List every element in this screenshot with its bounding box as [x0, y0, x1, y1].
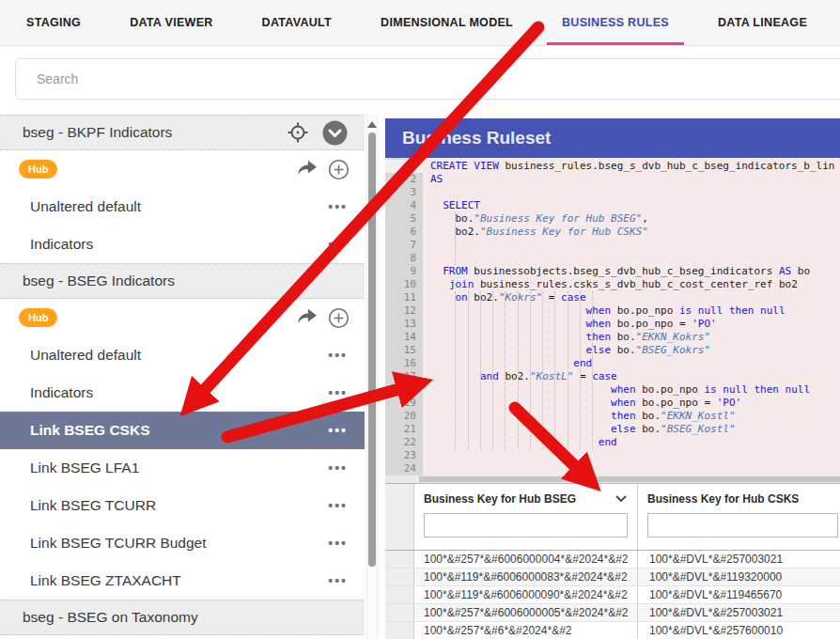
more-options-icon[interactable]: ••• [328, 536, 348, 551]
hub-badge: Hub [19, 160, 57, 179]
top-nav-bar: STAGINGDATA VIEWERDATAVAULTDIMENSIONAL M… [0, 0, 840, 46]
code-line: 6 bo2."Business Key for Hub CSKS" [385, 226, 840, 239]
code-text [423, 186, 430, 199]
code-text [423, 252, 430, 265]
ruleset-panel: Business Ruleset 1CREATE VIEW business_r… [385, 118, 840, 639]
hub-badge: Hub [19, 308, 57, 327]
indent-guide [554, 291, 555, 449]
code-line: 5 bo."Business Key for Hub BSEG", [385, 212, 840, 226]
tab-staging[interactable]: STAGING [11, 0, 96, 45]
sidebar-item-unaltered-default[interactable]: Unaltered default••• [0, 336, 365, 374]
code-text: when bo.po_npo is null then null [423, 304, 786, 318]
add-button[interactable] [328, 159, 350, 180]
code-text: AS [423, 173, 443, 186]
sidebar-item-link-bseg-csks[interactable]: Link BSEG CSKS••• [0, 412, 365, 449]
tab-dimensional-model[interactable]: DIMENSIONAL MODEL [366, 0, 528, 45]
sidebar-item-indicators[interactable]: Indicators••• [0, 374, 365, 412]
tab-datavault[interactable]: DATAVAULT [247, 0, 347, 45]
code-text: bo2."Business Key for Hub CSKS" [423, 226, 648, 239]
sidebar-item-link-bseg-tcurr-budget[interactable]: Link BSEG TCURR Budget••• [0, 524, 365, 562]
column-header-csks[interactable]: Business Key for Hub CSKS [638, 484, 840, 550]
code-text: end [423, 436, 617, 449]
code-line: 7 [385, 239, 840, 252]
line-number: 1 [385, 160, 423, 173]
line-number: 3 [385, 186, 423, 199]
indent-guide [518, 291, 519, 449]
row-gutter[interactable] [385, 569, 414, 585]
filter-input-bseg[interactable] [424, 513, 628, 538]
table-row[interactable]: 100*&#257*&#6006000005*&#2024*&#2100*&#D… [385, 604, 840, 622]
more-options-icon[interactable]: ••• [328, 573, 348, 588]
share-icon[interactable] [296, 308, 317, 327]
sidebar-item-indicators[interactable]: Indicators••• [0, 226, 365, 263]
add-button[interactable] [328, 307, 350, 329]
more-options-icon[interactable]: ••• [328, 423, 348, 438]
line-number: 22 [385, 436, 423, 449]
line-number: 18 [385, 383, 423, 397]
scrollbar-thumb[interactable] [368, 132, 376, 567]
code-line: 22 end [385, 436, 840, 449]
code-line: 21 else bo."BSEG_Kostl" [385, 423, 840, 436]
chevron-down-icon[interactable] [614, 492, 628, 506]
row-gutter[interactable] [385, 586, 414, 603]
sidebar-group-header[interactable]: bseg - BSEG on Taxonomy [0, 600, 365, 635]
code-line: 2AS [385, 173, 840, 186]
code-editor[interactable]: 1CREATE VIEW business_rules.bseg_s_dvb_h… [385, 158, 840, 475]
crosshair-icon[interactable] [287, 121, 309, 144]
scroll-up-icon[interactable] [367, 121, 377, 129]
indent-guide [492, 291, 493, 449]
sidebar-item-label: Unaltered default [30, 347, 328, 364]
more-options-icon[interactable]: ••• [328, 498, 348, 513]
chevron-circle-icon[interactable] [322, 120, 348, 146]
indent-guide [480, 291, 481, 449]
line-number: 17 [385, 370, 423, 383]
cell-csks-key: 100*&#DVL*&#119465670 [638, 586, 840, 603]
code-text [423, 239, 430, 252]
sidebar-scrollbar[interactable] [366, 115, 378, 639]
row-gutter[interactable] [385, 551, 414, 568]
sidebar-item-label: Unaltered default [30, 198, 328, 215]
sidebar-group-header[interactable]: bseg - BSEG Indicators [0, 263, 365, 299]
column-label-bseg: Business Key for Hub BSEG [424, 492, 576, 506]
sidebar-hub-row: Hub [0, 299, 365, 336]
table-row[interactable]: 100*&#119*&#6006000090*&#2024*&#2100*&#D… [385, 586, 840, 604]
cell-csks-key: 100*&#DVL*&#119320000 [638, 569, 840, 585]
filter-input-csks[interactable] [647, 513, 838, 538]
more-options-icon[interactable]: ••• [328, 199, 348, 214]
line-number: 16 [385, 357, 423, 370]
more-options-icon[interactable]: ••• [328, 348, 348, 363]
column-header-bseg[interactable]: Business Key for Hub BSEG [414, 484, 638, 550]
indent-guide [468, 291, 469, 449]
more-options-icon[interactable]: ••• [328, 460, 348, 475]
line-number: 2 [385, 173, 423, 186]
table-row[interactable]: 100*&#119*&#6006000083*&#2024*&#2100*&#D… [385, 569, 840, 586]
code-text: CREATE VIEW business_rules.bseg_s_dvb_hu… [423, 160, 834, 173]
tab-data-viewer[interactable]: DATA VIEWER [115, 0, 227, 45]
horizontal-scrollbar-thumb[interactable] [419, 476, 840, 482]
more-options-icon[interactable]: ••• [328, 237, 348, 252]
search-input[interactable] [15, 58, 840, 100]
sidebar-item-link-bseg-ztaxacht[interactable]: Link BSEG ZTAXACHT••• [0, 562, 365, 600]
row-gutter[interactable] [385, 622, 414, 639]
horizontal-scrollbar[interactable] [385, 475, 840, 483]
tab-data-lineage[interactable]: DATA LINEAGE [703, 0, 822, 45]
sidebar-item-link-bseg-lfa1[interactable]: Link BSEG LFA1••• [0, 449, 365, 487]
table-row[interactable]: 100*&#257*&#6*&#2024*&#2100*&#DVL*&#2576… [385, 622, 840, 639]
code-line: 1CREATE VIEW business_rules.bseg_s_dvb_h… [385, 160, 840, 173]
more-options-icon[interactable]: ••• [328, 385, 348, 400]
indent-guide [530, 291, 531, 449]
row-gutter[interactable] [385, 604, 414, 621]
code-text: bo."Business Key for Hub BSEG", [423, 212, 648, 226]
sidebar-item-label: Link BSEG CSKS [30, 422, 328, 439]
cell-csks-key: 100*&#DVL*&#257600010 [638, 622, 840, 639]
code-line: 9 FROM businessobjects.bseg_s_dvb_hub_c_… [385, 265, 840, 278]
sidebar-item-unaltered-default[interactable]: Unaltered default••• [0, 188, 365, 226]
share-icon[interactable] [296, 160, 317, 179]
cell-csks-key: 100*&#DVL*&#257003021 [638, 551, 840, 568]
sidebar-item-link-bseg-tcurr[interactable]: Link BSEG TCURR••• [0, 487, 365, 524]
sidebar-group-header[interactable]: bseg - BKPF Indicators [0, 115, 365, 150]
tab-business-rules[interactable]: BUSINESS RULES [547, 0, 684, 45]
sidebar: bseg - BKPF IndicatorsHubUnaltered defau… [0, 115, 365, 639]
table-row[interactable]: 100*&#257*&#6006000004*&#2024*&#2100*&#D… [385, 551, 840, 569]
sidebar-item-label: Link BSEG TCURR [30, 497, 328, 514]
